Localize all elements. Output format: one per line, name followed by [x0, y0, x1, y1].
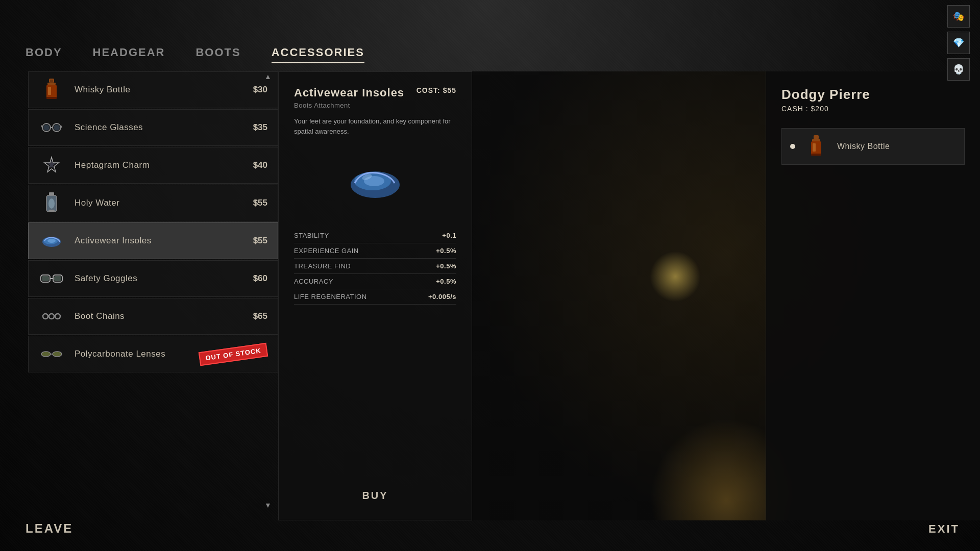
tab-accessories[interactable]: ACCESSORIES — [272, 46, 364, 63]
list-item[interactable]: Safety Goggles $60 — [28, 260, 278, 297]
item-icon-goggles — [39, 266, 64, 291]
svg-point-11 — [43, 124, 50, 131]
tab-boots[interactable]: BOOTS — [195, 46, 240, 63]
equipped-item-name: Whisky Bottle — [837, 142, 890, 151]
item-price-0: $30 — [253, 85, 267, 95]
detail-panel: Activewear Insoles COST: $55 Boots Attac… — [278, 71, 472, 520]
item-icon-whisky — [39, 77, 64, 103]
item-price-3: $55 — [253, 198, 267, 208]
list-item[interactable]: Holy Water $55 — [28, 185, 278, 221]
item-name-0: Whisky Bottle — [75, 85, 243, 95]
stat-value: +0.5% — [411, 259, 456, 274]
equipped-indicator — [790, 144, 795, 149]
item-name-3: Holy Water — [75, 198, 243, 208]
character-cash: CASH : $200 — [781, 105, 965, 113]
stat-value: +0.5% — [411, 274, 456, 289]
item-icon-chains — [39, 304, 64, 329]
svg-rect-26 — [54, 276, 61, 281]
stat-value: +0.1 — [411, 228, 456, 243]
lamp-glow — [650, 251, 701, 302]
svg-rect-3 — [48, 87, 51, 95]
item-icon-lenses — [39, 341, 64, 367]
svg-point-17 — [48, 198, 55, 209]
item-icon-glasses — [39, 115, 64, 140]
item-name-7: Polycarbonate Lenses — [75, 349, 189, 359]
stat-row: STABILITY+0.1 — [294, 228, 456, 243]
equipped-item-icon — [803, 134, 829, 159]
svg-rect-1 — [47, 83, 56, 85]
list-item[interactable]: Whisky Bottle $30 — [28, 71, 278, 108]
item-list: ▲ Whisky Bottle $30 — [28, 71, 278, 520]
item-price-4: $55 — [253, 236, 267, 246]
stat-name: TREASURE FIND — [294, 259, 411, 274]
svg-point-12 — [54, 124, 60, 131]
item-price-1: $35 — [253, 122, 267, 133]
item-price-2: $40 — [253, 160, 267, 170]
svg-rect-15 — [49, 192, 54, 195]
stats-table: STABILITY+0.1EXPERIENCE GAIN+0.5%TREASUR… — [294, 228, 456, 305]
buy-button-area: BUY — [294, 475, 456, 506]
detail-description: Your feet are your foundation, and key c… — [294, 116, 456, 136]
svg-point-21 — [47, 239, 56, 243]
out-of-stock-badge: OUT OF STOCK — [199, 342, 268, 365]
scroll-down-arrow[interactable]: ▼ — [263, 500, 273, 510]
icon-3[interactable]: 💀 — [947, 58, 970, 81]
character-name: Dodgy Pierre — [781, 87, 965, 103]
svg-rect-43 — [811, 154, 821, 156]
item-price-5: $60 — [253, 273, 267, 284]
svg-rect-18 — [48, 210, 55, 212]
detail-image-area — [294, 146, 456, 218]
svg-point-27 — [43, 314, 48, 319]
item-name-4: Activewear Insoles — [75, 236, 243, 246]
stat-value: +0.5% — [411, 243, 456, 259]
svg-rect-39 — [814, 135, 819, 139]
stat-row: LIFE REGENERATION+0.005/s — [294, 289, 456, 305]
list-item[interactable]: Boot Chains $65 — [28, 298, 278, 335]
svg-point-28 — [49, 314, 54, 319]
item-icon-insoles — [39, 228, 64, 254]
stat-row: TREASURE FIND+0.5% — [294, 259, 456, 274]
svg-rect-42 — [813, 143, 816, 152]
detail-cost: COST: $55 — [416, 86, 456, 94]
svg-rect-40 — [812, 139, 820, 141]
nav-tabs: BODY HEADGEAR BOOTS ACCESSORIES — [26, 46, 364, 63]
item-name-5: Safety Goggles — [75, 273, 243, 284]
stat-name: LIFE REGENERATION — [294, 289, 411, 305]
svg-point-32 — [41, 352, 51, 357]
buy-button[interactable]: BUY — [347, 486, 403, 506]
tab-body[interactable]: BODY — [26, 46, 62, 63]
leave-button[interactable]: LEAVE — [26, 521, 73, 536]
item-name-2: Heptagram Charm — [75, 160, 243, 170]
stat-value: +0.005/s — [411, 289, 456, 305]
tab-headgear[interactable]: HEADGEAR — [93, 46, 165, 63]
scroll-up-arrow[interactable]: ▲ — [263, 71, 273, 82]
equipped-item[interactable]: Whisky Bottle — [781, 128, 965, 165]
list-item[interactable]: Polycarbonate Lenses OUT OF STOCK — [28, 336, 278, 372]
detail-subtitle: Boots Attachment — [294, 102, 456, 109]
list-item-active[interactable]: Activewear Insoles $55 — [28, 222, 278, 259]
detail-header: Activewear Insoles COST: $55 — [294, 86, 456, 99]
top-right-icons: 🎭 💎 💀 — [947, 5, 970, 81]
detail-title: Activewear Insoles — [294, 86, 404, 99]
stat-name: STABILITY — [294, 228, 411, 243]
svg-point-33 — [53, 352, 62, 357]
icon-1[interactable]: 🎭 — [947, 5, 970, 28]
stat-name: ACCURACY — [294, 274, 411, 289]
svg-rect-5 — [50, 80, 53, 83]
list-item[interactable]: Heptagram Charm $40 — [28, 147, 278, 184]
stat-row: EXPERIENCE GAIN+0.5% — [294, 243, 456, 259]
svg-rect-25 — [42, 276, 49, 281]
item-price-6: $65 — [253, 311, 267, 321]
equipped-panel: Dodgy Pierre CASH : $200 Whisky Bottle — [766, 71, 980, 520]
item-icon-charm — [39, 153, 64, 178]
list-item[interactable]: Science Glasses $35 — [28, 109, 278, 146]
stat-name: EXPERIENCE GAIN — [294, 243, 411, 259]
icon-2[interactable]: 💎 — [947, 32, 970, 54]
svg-point-29 — [55, 314, 60, 319]
stat-row: ACCURACY+0.5% — [294, 274, 456, 289]
exit-button[interactable]: EXIT — [928, 522, 960, 536]
svg-rect-4 — [46, 97, 57, 99]
item-name-6: Boot Chains — [75, 311, 243, 321]
item-icon-holy-water — [39, 190, 64, 216]
item-name-1: Science Glasses — [75, 122, 243, 133]
